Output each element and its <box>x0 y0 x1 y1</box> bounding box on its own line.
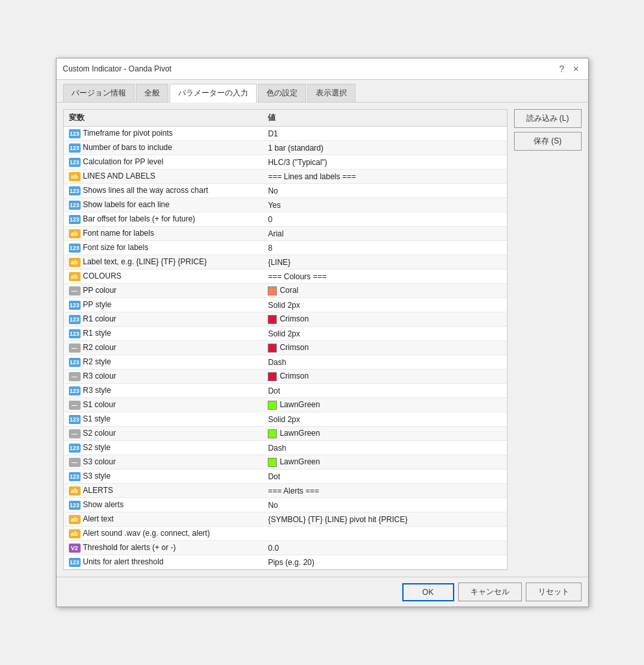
params-table-container: 変数 値 123Timeframe for pivot pointsD1123N… <box>63 109 508 570</box>
table-row: abLINES AND LABELS=== Lines and labels =… <box>64 169 507 184</box>
variable-label: S1 style <box>83 414 111 423</box>
table-row: 123R3 styleDot <box>64 384 507 398</box>
value-label: Crimson <box>279 314 309 323</box>
row-icon: 123 <box>69 501 81 510</box>
value-label: Solid 2px <box>268 415 300 424</box>
value-label: {SYMBOL} {TF} {LINE} pivot hit {PRICE} <box>268 515 407 524</box>
variable-label: R2 colour <box>83 343 116 352</box>
tab-general[interactable]: 全般 <box>136 84 168 102</box>
variable-label: S3 colour <box>83 457 116 466</box>
variable-label: R1 style <box>83 329 111 338</box>
value-label: Coral <box>279 286 298 295</box>
row-icon: 123 <box>69 444 81 453</box>
value-label: 0 <box>268 215 272 224</box>
value-label: {LINE} <box>268 258 290 267</box>
variable-label: Bar offset for labels (+ for future) <box>83 214 196 223</box>
row-icon: — <box>69 458 81 467</box>
variable-label: PP style <box>83 300 112 309</box>
table-row: abAlert text{SYMBOL} {TF} {LINE} pivot h… <box>64 512 507 527</box>
load-button[interactable]: 読み込み (L) <box>514 109 582 128</box>
table-row: 123R1 colourCrimson <box>64 312 507 327</box>
variable-label: PP colour <box>83 286 117 295</box>
row-icon: 123 <box>69 201 81 210</box>
value-label: === Alerts === <box>268 486 319 496</box>
value-label: No <box>268 186 277 195</box>
row-icon: 123 <box>69 244 81 253</box>
table-row: —R2 colourCrimson <box>64 341 507 355</box>
table-row: —PP colourCoral <box>64 284 507 298</box>
table-row: —R3 colourCrimson <box>64 370 507 384</box>
row-icon: 123 <box>69 129 81 138</box>
variable-label: Font name for labels <box>83 229 154 238</box>
save-button[interactable]: 保存 (S) <box>514 132 582 151</box>
variable-label: Alert text <box>83 514 114 523</box>
row-icon: ab <box>69 529 81 538</box>
value-label: === Lines and labels === <box>268 172 355 181</box>
variable-label: Show alerts <box>83 500 124 509</box>
table-row: —S3 colourLawnGreen <box>64 455 507 470</box>
row-icon: ab <box>69 229 81 238</box>
reset-button[interactable]: リセット <box>526 583 582 601</box>
title-bar: Custom Indicator - Oanda Pivot ? × <box>57 58 588 80</box>
row-icon: ab <box>69 258 81 267</box>
table-row: —S2 colourLawnGreen <box>64 427 507 441</box>
row-icon: — <box>69 401 81 410</box>
row-icon: 123 <box>69 301 81 310</box>
value-label: Dash <box>268 444 286 453</box>
table-row: 123Show alertsNo <box>64 498 507 512</box>
value-label: 1 bar (standard) <box>268 144 323 153</box>
value-label: LawnGreen <box>279 457 320 466</box>
color-swatch <box>268 401 277 410</box>
row-icon: ab <box>69 272 81 281</box>
value-label: Dash <box>268 358 286 367</box>
row-icon: 123 <box>69 415 81 424</box>
variable-label: Shows lines all the way across chart <box>83 186 209 195</box>
close-button[interactable]: × <box>571 64 581 74</box>
tab-display[interactable]: 表示選択 <box>307 84 355 102</box>
row-icon: 123 <box>69 215 81 224</box>
value-label: 8 <box>268 244 272 253</box>
dialog-window: Custom Indicator - Oanda Pivot ? × バージョン… <box>56 58 589 607</box>
row-icon: 123 <box>69 558 81 567</box>
table-row: 123R1 styleSolid 2px <box>64 327 507 341</box>
value-label: Solid 2px <box>268 301 300 310</box>
cancel-button[interactable]: キャンセル <box>458 583 522 601</box>
variable-label: Alert sound .wav (e.g. connect, alert) <box>83 529 210 538</box>
tab-color[interactable]: 色の設定 <box>258 84 306 102</box>
color-swatch <box>268 344 277 353</box>
tab-bar: バージョン情報全般パラメーターの入力色の設定表示選択 <box>57 80 588 103</box>
row-icon: V2 <box>69 544 81 553</box>
help-button[interactable]: ? <box>557 64 567 74</box>
row-icon: ab <box>69 486 81 496</box>
row-icon: 123 <box>69 329 81 338</box>
color-swatch <box>268 315 277 324</box>
ok-button[interactable]: OK <box>402 583 454 601</box>
row-icon: — <box>69 372 81 381</box>
color-swatch <box>268 458 277 467</box>
color-swatch <box>268 286 277 295</box>
tab-params[interactable]: パラメーターの入力 <box>170 84 257 103</box>
params-table: 変数 値 123Timeframe for pivot pointsD1123N… <box>64 110 507 570</box>
row-icon: 123 <box>69 186 81 195</box>
tab-version[interactable]: バージョン情報 <box>63 84 135 102</box>
variable-label: Font size for labels <box>83 243 149 252</box>
variable-label: COLOURS <box>83 271 122 281</box>
row-icon: — <box>69 429 81 438</box>
variable-label: S3 style <box>83 471 111 481</box>
variable-label: Show labels for each line <box>83 200 170 209</box>
variable-label: Label text, e.g. {LINE} {TF} {PRICE} <box>83 257 207 266</box>
value-label: Solid 2px <box>268 329 300 338</box>
row-icon: — <box>69 286 81 295</box>
row-icon: ab <box>69 172 81 181</box>
variable-label: S2 colour <box>83 429 116 438</box>
variable-label: Units for alert threshold <box>83 557 164 566</box>
table-row: abFont name for labelsArial <box>64 227 507 241</box>
value-label: Dot <box>268 472 280 481</box>
row-icon: — <box>69 344 81 353</box>
row-icon: 123 <box>69 358 81 367</box>
variable-label: Timeframe for pivot points <box>83 129 173 138</box>
value-label: Dot <box>268 386 280 395</box>
table-row: 123Show labels for each lineYes <box>64 198 507 212</box>
value-label: Arial <box>268 229 283 238</box>
table-row: 123Calculation for PP levelHLC/3 ("Typic… <box>64 155 507 169</box>
